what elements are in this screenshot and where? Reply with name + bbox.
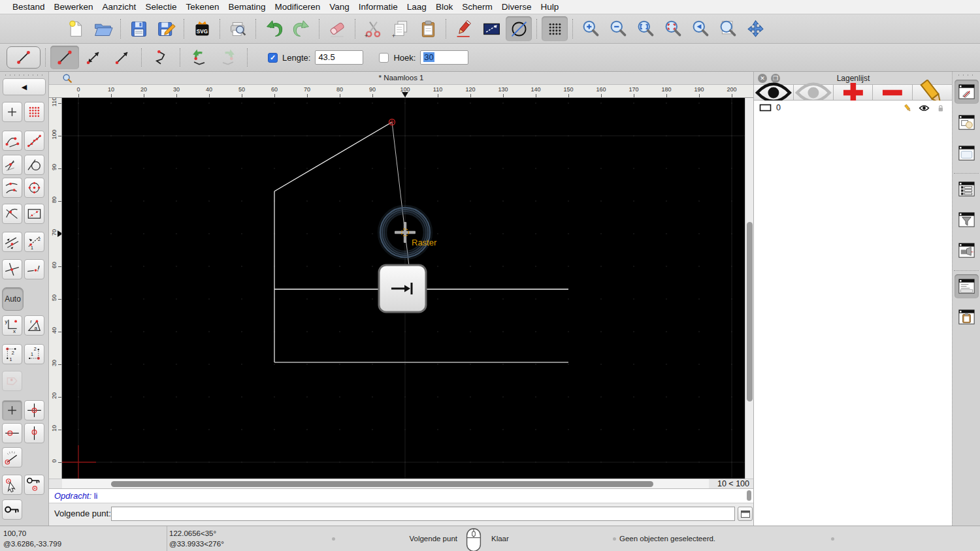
next-point-overlay-button[interactable] bbox=[379, 265, 426, 312]
snap-nearest-button[interactable] bbox=[2, 178, 22, 198]
zoom-previous-button[interactable] bbox=[687, 16, 713, 41]
snap-grid-button[interactable] bbox=[24, 102, 44, 122]
snap-cross-button[interactable] bbox=[2, 259, 22, 279]
tool-line-arrow-button[interactable] bbox=[108, 46, 137, 69]
vertical-scrollbar-thumb[interactable] bbox=[747, 222, 753, 401]
menu-aanzicht[interactable]: Aanzicht bbox=[98, 2, 141, 12]
zoom-out-button[interactable] bbox=[605, 16, 631, 41]
snap-perp-button[interactable]: ! bbox=[24, 259, 44, 279]
pw-command-panel-button[interactable] bbox=[955, 274, 979, 298]
pw-clipboard-panel-button[interactable] bbox=[955, 305, 979, 329]
menu-modificeren[interactable]: Modificeren bbox=[270, 2, 325, 12]
eye-black-icon[interactable] bbox=[919, 103, 930, 113]
redo-point-button[interactable] bbox=[214, 46, 242, 69]
tool-line-both-button[interactable] bbox=[79, 46, 108, 69]
length-input[interactable]: 43.5 bbox=[315, 50, 363, 65]
tool-line-button[interactable] bbox=[50, 46, 79, 69]
snap-target-v-button[interactable] bbox=[24, 423, 44, 443]
horizontal-scrollbar-thumb[interactable] bbox=[111, 481, 653, 487]
svg-export-button[interactable]: SVG bbox=[189, 16, 215, 41]
lock-grey-icon[interactable] bbox=[935, 103, 946, 113]
layers-eye-faded-button[interactable] bbox=[794, 85, 834, 101]
new-document-button[interactable] bbox=[62, 16, 88, 41]
key-button[interactable] bbox=[2, 499, 22, 520]
snap-allpoints-button[interactable] bbox=[24, 131, 44, 151]
pan-button[interactable] bbox=[742, 16, 768, 41]
cut-button[interactable]: + bbox=[360, 16, 386, 41]
pw-list-panel-button[interactable] bbox=[955, 177, 979, 201]
length-checkbox[interactable]: ✓ bbox=[268, 53, 278, 63]
layers-plus-red-button[interactable] bbox=[834, 85, 874, 101]
snap-ratio-button[interactable]: 12 bbox=[24, 232, 44, 252]
pw-blank-panel-button[interactable] bbox=[955, 141, 979, 165]
menu-blok[interactable]: Blok bbox=[431, 2, 457, 12]
undo-button[interactable] bbox=[261, 16, 287, 41]
snap-box-diag-button[interactable] bbox=[24, 204, 44, 224]
snap-free-button[interactable] bbox=[2, 102, 22, 122]
paste-button[interactable] bbox=[415, 16, 441, 41]
menu-bestand[interactable]: Bestand bbox=[8, 2, 50, 12]
tool-polyline-button[interactable] bbox=[146, 46, 175, 69]
snap-endpoints-button[interactable] bbox=[2, 131, 22, 151]
vertical-scrollbar[interactable] bbox=[745, 98, 753, 479]
snap-curveint-button[interactable] bbox=[2, 204, 22, 224]
snap-tangent-button[interactable] bbox=[24, 155, 44, 175]
pick-target-button[interactable] bbox=[2, 475, 22, 495]
layers-pencil-small-button[interactable] bbox=[913, 85, 953, 101]
drawing-canvas[interactable]: Raster bbox=[62, 98, 745, 479]
coord-polar-button[interactable]: ra bbox=[24, 315, 44, 336]
drag-handle[interactable] bbox=[3, 74, 45, 76]
menu-informatie[interactable]: Informatie bbox=[354, 2, 402, 12]
zoom-page-button[interactable] bbox=[715, 16, 741, 41]
open-folder-button[interactable] bbox=[90, 16, 116, 41]
pw-projector-panel-button[interactable] bbox=[955, 238, 979, 262]
snap-parallel-button[interactable] bbox=[2, 232, 22, 252]
menu-tekenen[interactable]: Tekenen bbox=[181, 2, 223, 12]
angle-checkbox[interactable] bbox=[379, 53, 389, 63]
pw-filter-panel-button[interactable] bbox=[955, 208, 979, 232]
zoom-extents-button[interactable] bbox=[632, 16, 659, 41]
pw-shapes-panel-button[interactable] bbox=[955, 110, 979, 134]
layer-row[interactable]: 0 bbox=[754, 101, 953, 115]
antialias-circle-button[interactable] bbox=[506, 16, 532, 41]
snap-center-button[interactable] bbox=[24, 178, 44, 198]
snap-plus-button[interactable] bbox=[2, 400, 22, 420]
draw-pencil-button[interactable] bbox=[451, 16, 477, 41]
command-window-button[interactable] bbox=[738, 507, 753, 521]
menu-selectie[interactable]: Selectie bbox=[140, 2, 181, 12]
save-button[interactable] bbox=[125, 16, 152, 41]
coord-xy-button[interactable]: yx bbox=[2, 315, 22, 336]
rel-12-button[interactable]: 12 bbox=[2, 344, 22, 364]
zoom-selection-button[interactable] bbox=[660, 16, 686, 41]
eraser-button[interactable] bbox=[324, 16, 350, 41]
sidebar-collapse-button[interactable]: ◀ bbox=[3, 78, 46, 95]
pw-layers-panel-button[interactable] bbox=[955, 80, 979, 104]
menu-scherm[interactable]: Scherm bbox=[457, 2, 497, 12]
angle-input[interactable]: 30 bbox=[420, 50, 468, 65]
rel-21-button[interactable]: 12 bbox=[24, 344, 44, 364]
snap-target-button[interactable] bbox=[24, 400, 44, 420]
save-as-button[interactable] bbox=[153, 16, 179, 41]
menu-diverse[interactable]: Diverse bbox=[497, 2, 536, 12]
auto-snap-button[interactable]: Auto bbox=[2, 287, 24, 311]
menu-vang[interactable]: Vang bbox=[325, 2, 354, 12]
menu-laag[interactable]: Laag bbox=[402, 2, 431, 12]
layers-list[interactable]: 0 bbox=[754, 101, 953, 526]
menu-hulp[interactable]: Hulp bbox=[536, 2, 563, 12]
copy-button[interactable]: + bbox=[387, 16, 414, 41]
snap-intersect-button[interactable] bbox=[2, 155, 22, 175]
drag-handle[interactable] bbox=[956, 74, 977, 76]
pencil-small-icon[interactable] bbox=[902, 103, 913, 113]
zoom-window-button[interactable] bbox=[478, 16, 504, 41]
menu-bemating[interactable]: Bemating bbox=[223, 2, 270, 12]
redo-button[interactable] bbox=[288, 16, 314, 41]
undo-point-button[interactable] bbox=[185, 46, 214, 69]
snap-target-h-button[interactable] bbox=[2, 423, 22, 443]
grid-toggle-button[interactable] bbox=[542, 16, 568, 41]
layers-minus-red-button[interactable] bbox=[873, 85, 913, 101]
layers-eye-black-button[interactable] bbox=[754, 85, 794, 101]
snap-gauge-button[interactable] bbox=[2, 447, 22, 467]
command-scrollbar-thumb[interactable] bbox=[747, 490, 751, 501]
menu-bewerken[interactable]: Bewerken bbox=[50, 2, 98, 12]
zoom-in-button[interactable] bbox=[578, 16, 604, 41]
